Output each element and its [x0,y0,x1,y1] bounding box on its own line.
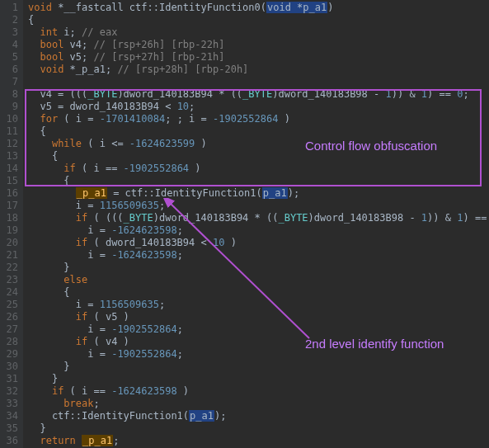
code-line: } [28,361,489,373]
code-line: i = 1156509635; [28,200,489,212]
code-line: } [28,373,489,385]
code-line: else [28,274,489,286]
code-line [28,76,489,88]
code-editor: 123456789 101112131415161718 19202122232… [0,0,489,448]
code-line: i = -1624623598; [28,224,489,237]
code-line: return _p_a1; [28,435,489,447]
annotation-label-identity: 2nd level identify function [305,337,444,351]
code-line: if ( v5 ) [28,311,489,323]
code-line: v5 = dword_140183B94 < 10; [28,101,489,113]
code-line: ctf::IdentityFunction1(p_a1); [28,410,489,422]
code-content[interactable]: void *__fastcall ctf::IdentityFunction0(… [23,0,489,448]
code-line: if ( i == -1902552864 ) [28,163,489,175]
code-line: void *_p_a1; // [rsp+28h] [rbp-20h] [28,64,489,76]
code-line: break; [28,398,489,410]
code-line: } [28,262,489,274]
code-line: if ( (((_BYTE)dword_140183B94 * ((_BYTE)… [28,212,489,224]
code-line: if ( i == -1624623598 ) [28,385,489,398]
code-line: } [28,422,489,435]
code-line: v4 = (((_BYTE)dword_140183B94 * ((_BYTE)… [28,88,489,101]
code-line: bool v4; // [rsp+26h] [rbp-22h] [28,39,489,51]
code-line: if ( dword_140183B94 < 10 ) [28,237,489,249]
code-line: i = 1156509635; [28,299,489,311]
code-line: _p_a1 = ctf::IdentityFunction1(p_a1); [28,187,489,200]
annotation-label-obfuscation: Control flow obfuscation [305,139,437,153]
code-line: void *__fastcall ctf::IdentityFunction0(… [28,2,489,14]
code-line: i = -1902552864; [28,323,489,336]
code-line: { [28,14,489,26]
code-line: { [28,175,489,187]
code-line: int i; // eax [28,26,489,39]
line-gutter: 123456789 101112131415161718 19202122232… [0,0,23,448]
code-line: for ( i = -1701410084; ; i = -1902552864… [28,113,489,125]
code-line: { [28,125,489,138]
code-line: { [28,286,489,299]
code-line: bool v5; // [rsp+27h] [rbp-21h] [28,51,489,64]
code-line: i = -1624623598; [28,249,489,262]
